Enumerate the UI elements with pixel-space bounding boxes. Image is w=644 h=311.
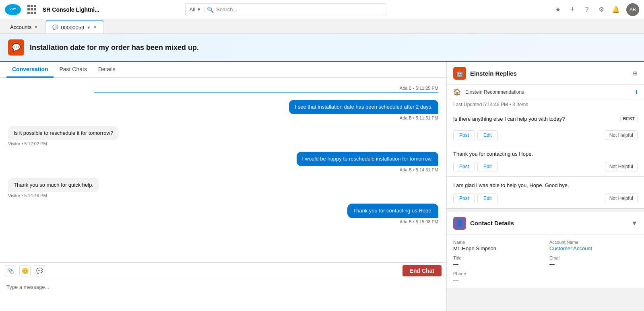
message-input-area (0, 279, 446, 311)
separator-meta: Ada B • 5:11:25 PM (400, 86, 438, 91)
field-title: Title — (453, 255, 541, 267)
star-icon[interactable]: ★ (554, 6, 562, 14)
case-header: 💬 Installation date for my order has bee… (0, 34, 644, 62)
message-input[interactable] (6, 284, 440, 308)
robot-icon: 🤖 (456, 70, 464, 77)
field-email: Email — (549, 255, 638, 267)
chat-bubble-icon: 💬 (12, 43, 21, 52)
bubble-left-4: Thank you so much for quick help. (8, 178, 99, 192)
tab-conversation[interactable]: Conversation (6, 62, 54, 78)
einstein-last-updated: Last Updated 5:14:46 PM • 3 Items (447, 99, 644, 110)
case-title: Installation date for my order has been … (30, 43, 199, 52)
tab-past-chats[interactable]: Past Chats (54, 62, 92, 78)
separator-line (94, 92, 438, 93)
einstein-section: 🤖 Einstein Replies ⊞ 🏠 Einstein Recommen… (447, 62, 644, 209)
reply-actions-2: Post Edit Not Helpful (453, 162, 638, 171)
name-label: Name (453, 240, 541, 245)
not-helpful-button-3[interactable]: Not Helpful (605, 194, 638, 203)
tab-close-icon[interactable]: ✕ (93, 25, 97, 30)
msg-meta-2: Visitor • 5:12:02 PM (8, 141, 47, 146)
settings-icon[interactable]: ⚙ (597, 6, 605, 14)
person-icon: 👤 (456, 219, 464, 227)
einstein-sub-header: 🏠 Einstein Recommendations ℹ (447, 85, 644, 99)
title-value: — (453, 261, 541, 267)
chat-area: Ada B • 5:11:25 PM I see that installati… (0, 78, 446, 262)
bubble-right-5: Thank you for contacting us Hope. (347, 204, 438, 218)
collapse-icon[interactable]: ▼ (631, 220, 638, 227)
edit-button-1[interactable]: Edit (477, 130, 498, 140)
message-2: Is it possible to reschedule it for tomo… (8, 126, 438, 146)
einstein-icon: 🤖 (453, 67, 466, 80)
salesforce-logo[interactable] (5, 4, 21, 15)
edit-button-2[interactable]: Edit (477, 162, 498, 171)
tab-00000059-label: 00000059 (61, 25, 84, 31)
contact-header: 👤 Contact Details ▼ (447, 212, 644, 235)
avatar[interactable]: AB (626, 3, 639, 16)
message-1: I see that installation date has been sc… (8, 100, 438, 120)
reply-card-2: Thank you for contacting us Hope. Post E… (447, 145, 644, 177)
msg-meta-3: Ada B • 5:14:31 PM (400, 167, 438, 172)
edit-button-3[interactable]: Edit (477, 194, 498, 203)
msg-meta-5: Ada B • 5:15:08 PM (400, 219, 438, 224)
search-dropdown[interactable]: All ▼ (190, 6, 204, 12)
einstein-title: Einstein Replies (470, 70, 629, 77)
reply-actions-1: Post Edit Not Helpful (453, 130, 638, 140)
msg-meta-4: Visitor • 5:14:46 PM (8, 193, 47, 198)
attach-button[interactable]: 📎 (5, 265, 16, 276)
search-all-label: All (190, 6, 195, 12)
add-icon[interactable]: + (568, 6, 576, 14)
contact-title: Contact Details (470, 220, 627, 227)
chevron-down-icon: ▼ (197, 7, 201, 12)
info-icon[interactable]: ℹ (636, 89, 638, 95)
search-input[interactable] (216, 6, 382, 12)
bubble-right: I see that installation date has been sc… (289, 100, 438, 114)
nav-icons: ★ + ? ⚙ 🔔 AB (554, 3, 639, 16)
bubble-right-3: I would be happy to reschedule installat… (297, 152, 438, 166)
message-5: Thank you for contacting us Hope. Ada B … (8, 204, 438, 224)
message-3: I would be happy to reschedule installat… (8, 152, 438, 172)
post-button-1[interactable]: Post (453, 130, 475, 140)
grid-icon[interactable] (27, 5, 37, 14)
help-icon[interactable]: ? (583, 6, 591, 14)
tab-accounts[interactable]: Accounts ▼ (3, 21, 45, 33)
expand-icon[interactable]: ⊞ (633, 70, 638, 76)
notifications-icon[interactable]: 🔔 (612, 6, 620, 14)
email-value: — (549, 261, 638, 267)
account-name-value[interactable]: Customer Account (549, 245, 638, 251)
bubble-left: Is it possible to reschedule it for tomo… (8, 126, 119, 140)
message-4: Thank you so much for quick help. Visito… (8, 178, 438, 198)
reply-card-3: I am glad i was able to help you, Hope. … (447, 177, 644, 208)
emoji-button[interactable]: 😊 (19, 265, 31, 276)
not-helpful-button-2[interactable]: Not Helpful (605, 162, 638, 171)
tab-accounts-label: Accounts (10, 24, 31, 30)
case-icon: 💬 (8, 39, 24, 56)
email-label: Email (549, 255, 638, 260)
end-chat-button[interactable]: End Chat (402, 265, 442, 276)
phone-value: — (453, 277, 541, 283)
post-button-3[interactable]: Post (453, 194, 475, 203)
not-helpful-button-1[interactable]: Not Helpful (605, 130, 638, 140)
search-icon: 🔍 (207, 6, 214, 13)
field-account-name: Account Name Customer Account (549, 240, 638, 251)
msg-meta-1: Ada B • 5:11:51 PM (400, 115, 438, 120)
best-badge-1: BEST (620, 115, 638, 122)
chevron-down-icon[interactable]: ▼ (87, 25, 91, 30)
reply-actions-3: Post Edit Not Helpful (453, 194, 638, 203)
contact-fields: Name Mr. Hope Simpson Account Name Custo… (447, 235, 644, 288)
contact-icon: 👤 (453, 217, 466, 230)
right-panel: 🤖 Einstein Replies ⊞ 🏠 Einstein Recommen… (447, 62, 644, 311)
chat-icon: 💬 (52, 25, 58, 30)
chat-button[interactable]: 💬 (34, 265, 45, 276)
tab-details[interactable]: Details (93, 62, 121, 78)
post-button-2[interactable]: Post (453, 162, 475, 171)
einstein-sub-label: Einstein Recommendations (465, 89, 524, 95)
chevron-down-icon[interactable]: ▼ (34, 25, 38, 29)
app-name: SR Console Lightni... (43, 6, 99, 13)
panel-tabs: Conversation Past Chats Details (0, 62, 446, 78)
reply-text-1: Is there anything else I can help you wi… (453, 115, 620, 123)
chat-toolbar: 📎 😊 💬 End Chat (0, 262, 446, 279)
tab-00000059[interactable]: 💬 00000059 ▼ ✕ (45, 21, 104, 33)
search-bar[interactable]: All ▼ 🔍 (185, 3, 386, 16)
account-name-label: Account Name (549, 240, 638, 245)
reply-text-3: I am glad i was able to help you, Hope. … (453, 181, 638, 189)
